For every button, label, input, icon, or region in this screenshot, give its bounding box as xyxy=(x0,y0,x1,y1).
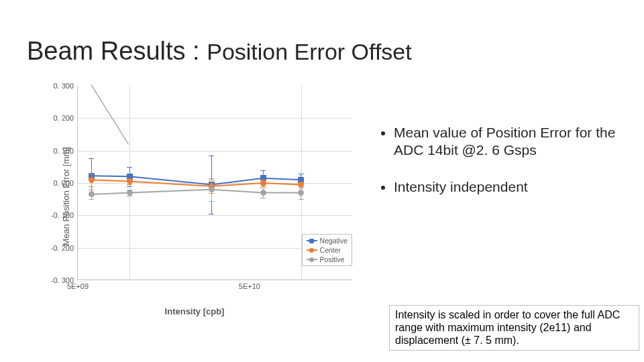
plot-area: 0. 3000. 2000. 1000. 000-0. 100-0. 200-0… xyxy=(77,86,352,280)
legend-swatch-icon xyxy=(307,249,317,251)
legend-item: Center xyxy=(307,245,347,255)
y-tick: -0. 100 xyxy=(42,211,74,219)
legend-swatch-icon xyxy=(307,259,317,260)
legend-item: Positive xyxy=(307,255,347,264)
y-tick: 0. 000 xyxy=(42,179,74,187)
bullet-list: Mean value of Position Error for the ADC… xyxy=(379,117,627,215)
chart: Mean Position Error [mm] 0. 3000. 2000. … xyxy=(23,86,366,307)
page-title: Beam Results : Position Error Offset xyxy=(27,37,412,66)
title-sub: Position Error Offset xyxy=(207,39,412,64)
data-point xyxy=(89,177,95,183)
y-axis-label: Mean Position Error [mm] xyxy=(61,147,71,245)
data-point xyxy=(260,180,266,186)
data-point xyxy=(127,178,133,184)
y-tick: -0. 200 xyxy=(42,244,74,252)
data-point xyxy=(127,190,133,196)
x-tick: 5E+09 xyxy=(67,282,89,290)
x-axis-label: Intensity [cpb] xyxy=(165,306,225,316)
y-tick: 0. 300 xyxy=(42,82,74,90)
bullet-item: Intensity independent xyxy=(394,178,627,196)
title-main: Beam Results : xyxy=(27,37,207,65)
note-box: Intensity is scaled in order to cover th… xyxy=(389,305,639,351)
legend-label: Negative xyxy=(320,237,347,245)
x-tick: 5E+10 xyxy=(239,282,260,290)
y-tick: 0. 100 xyxy=(42,147,74,155)
legend-label: Center xyxy=(320,246,341,254)
data-point xyxy=(209,186,215,192)
legend: Negative Center Positive xyxy=(302,234,352,266)
legend-swatch-icon xyxy=(307,240,317,241)
data-point xyxy=(260,190,266,196)
y-tick: 0. 200 xyxy=(42,114,74,122)
legend-label: Positive xyxy=(320,255,345,263)
bullet-item: Mean value of Position Error for the ADC… xyxy=(394,124,627,160)
legend-item: Negative xyxy=(307,236,347,245)
